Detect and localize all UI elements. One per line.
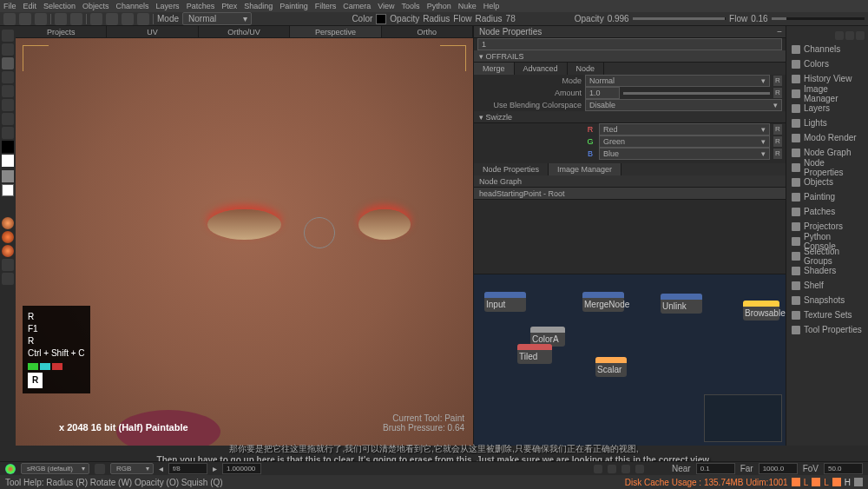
redo-icon[interactable] <box>70 13 82 25</box>
play-icon[interactable] <box>621 465 630 473</box>
menu-edit[interactable]: Edit <box>23 2 37 10</box>
menu-help[interactable]: Help <box>483 2 500 10</box>
near-field[interactable]: 0.1 <box>696 463 735 474</box>
side-shelf[interactable]: Shelf <box>788 278 866 293</box>
exposure-field[interactable]: 1.000000 <box>222 463 261 474</box>
color-swatch[interactable] <box>376 14 386 24</box>
menu-painting[interactable]: Painting <box>279 2 308 10</box>
viewport-3d[interactable]: R F1 R Ctrl + Shift + C R x 2048 16 bit … <box>16 38 473 446</box>
blur-tool[interactable] <box>2 99 14 111</box>
side-channels[interactable]: Channels <box>788 42 866 56</box>
reset-btn[interactable]: R <box>773 88 782 98</box>
tool-icon[interactable] <box>122 13 134 25</box>
side-imgmgr[interactable]: Image Manager <box>788 86 866 101</box>
tool-icon[interactable] <box>137 13 149 25</box>
panel-icon[interactable] <box>856 31 865 40</box>
channel-dropdown[interactable]: RGB <box>110 463 154 474</box>
amount-field[interactable]: 1.0 <box>585 87 620 99</box>
reset-btn[interactable]: R <box>773 149 782 159</box>
side-colors[interactable]: Colors <box>788 56 866 71</box>
graph-node[interactable]: Browsable <box>743 301 779 320</box>
menu-patches[interactable]: Patches <box>187 2 215 10</box>
tab-merge[interactable]: Merge <box>474 63 515 75</box>
menu-camera[interactable]: Camera <box>343 2 371 10</box>
transport-icon[interactable] <box>608 465 616 473</box>
swizzle-header[interactable]: Swizzle <box>474 111 786 123</box>
tab-advanced[interactable]: Advanced <box>515 63 568 75</box>
menu-channels[interactable]: Channels <box>116 2 149 10</box>
side-selgroups[interactable]: Selection Groups <box>788 248 866 263</box>
eraser-tool[interactable] <box>2 71 14 83</box>
menu-nuke[interactable]: Nuke <box>458 2 477 10</box>
node-graph[interactable]: Input ColorA Tiled MergeNode Scalar Unli… <box>474 274 786 446</box>
tool-icon[interactable] <box>106 13 118 25</box>
sphere2[interactable] <box>2 231 14 243</box>
tab-projects[interactable]: Projects <box>16 26 107 37</box>
graph-node[interactable]: MergeNode <box>582 292 624 312</box>
graph-node[interactable]: Input <box>484 292 526 312</box>
flow-slider[interactable] <box>772 17 865 20</box>
menu-shading[interactable]: Shading <box>244 2 273 10</box>
side-nodeprops[interactable]: Node Properties <box>788 160 866 175</box>
reset-btn[interactable]: R <box>773 124 782 135</box>
menu-filters[interactable]: Filters <box>315 2 337 10</box>
tab-imgmgr[interactable]: Image Manager <box>549 163 621 175</box>
remove-icon[interactable] <box>2 273 14 285</box>
select-tool[interactable] <box>2 30 14 42</box>
menu-tools[interactable]: Tools <box>402 2 420 10</box>
side-objects[interactable]: Objects <box>788 175 866 189</box>
minimap[interactable] <box>704 394 782 442</box>
sphere3[interactable] <box>2 245 14 257</box>
tab-orthouv[interactable]: Ortho/UV <box>199 26 290 37</box>
g-dropdown[interactable]: Green <box>599 135 770 148</box>
opacity-slider[interactable] <box>633 17 726 20</box>
save-icon[interactable] <box>35 13 47 25</box>
menu-ptex[interactable]: Ptex <box>221 2 237 10</box>
transport-icon[interactable] <box>635 465 644 473</box>
new-icon[interactable] <box>3 13 16 25</box>
bg-color[interactable] <box>2 155 14 167</box>
panel-icon[interactable] <box>845 31 854 40</box>
tab-nodeprops[interactable]: Node Properties <box>474 163 549 175</box>
add-icon[interactable] <box>2 259 14 271</box>
palette-icon[interactable] <box>5 464 16 474</box>
panel-icon[interactable] <box>835 31 844 40</box>
search-field[interactable]: 1 <box>477 38 782 50</box>
reset-btn[interactable]: R <box>773 136 782 147</box>
swatch-layer[interactable] <box>2 184 14 196</box>
r-dropdown[interactable]: Red <box>599 123 770 135</box>
side-snapshots[interactable]: Snapshots <box>788 293 866 307</box>
paint-tool[interactable] <box>2 57 14 69</box>
menu-view[interactable]: View <box>378 2 394 10</box>
tab-ortho[interactable]: Ortho <box>382 26 473 37</box>
vector-tool[interactable] <box>2 113 14 125</box>
marquee-tool[interactable] <box>2 127 14 139</box>
sphere1[interactable] <box>2 217 14 229</box>
menu-objects[interactable]: Objects <box>82 2 109 10</box>
open-icon[interactable] <box>19 13 31 25</box>
graph-node[interactable]: Unlink <box>661 294 702 314</box>
menu-layers[interactable]: Layers <box>156 2 180 10</box>
fg-color[interactable] <box>2 141 14 153</box>
menu-python[interactable]: Python <box>427 2 451 10</box>
tab-node[interactable]: Node <box>568 63 605 75</box>
colorspace-dropdown[interactable]: sRGB (default) <box>21 463 89 474</box>
fstop-field[interactable]: f/8 <box>168 463 207 474</box>
side-painting[interactable]: Painting <box>788 189 866 204</box>
side-layers[interactable]: Layers <box>788 101 866 116</box>
swatch-grey[interactable] <box>2 170 14 182</box>
transport-icon[interactable] <box>594 465 602 473</box>
tab-uv[interactable]: UV <box>107 26 198 37</box>
side-toolprops[interactable]: Tool Properties <box>788 322 866 337</box>
side-patches[interactable]: Patches <box>788 204 866 219</box>
side-shaders[interactable]: Shaders <box>788 263 866 278</box>
side-texsets[interactable]: Texture Sets <box>788 307 866 322</box>
tool-icon[interactable] <box>90 13 102 25</box>
blend-dropdown[interactable]: Disable <box>585 99 782 111</box>
clone-tool[interactable] <box>2 85 14 97</box>
mode-dropdown[interactable]: Normal <box>585 75 770 87</box>
side-modorender[interactable]: Modo Render <box>788 130 866 145</box>
b-dropdown[interactable]: Blue <box>599 148 770 160</box>
graph-node[interactable]: Tiled <box>517 344 552 364</box>
offrails-header[interactable]: OFFRAILS <box>474 50 786 63</box>
